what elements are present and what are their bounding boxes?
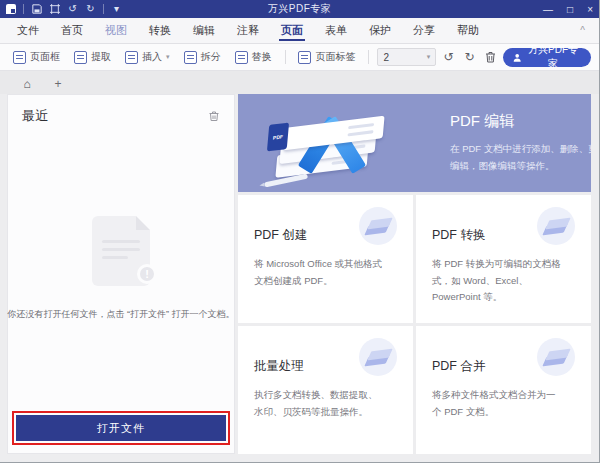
annotation-highlight: 打开文件	[12, 411, 230, 445]
divider	[23, 4, 24, 14]
titlebar: ↺ ↻ ▾ 万兴PDF专家 — □ ×	[0, 0, 599, 18]
app-window: ↺ ↻ ▾ 万兴PDF专家 — □ × 文件 首页 视图 转换 编辑 注释 页面…	[0, 0, 600, 463]
page-number-select[interactable]: 2 ▾	[377, 48, 436, 66]
menu-home[interactable]: 首页	[50, 18, 94, 43]
save-icon[interactable]	[31, 4, 42, 15]
replace-button[interactable]: 替换	[230, 48, 277, 66]
menu-edit[interactable]: 编辑	[182, 18, 226, 43]
merge-icon	[537, 338, 575, 376]
banner-title: PDF 编辑	[450, 112, 591, 131]
app-logo-icon	[6, 4, 16, 14]
replace-icon	[235, 51, 248, 64]
trash-icon	[208, 110, 220, 122]
page-labels-icon	[298, 51, 311, 64]
maximize-button[interactable]: □	[567, 4, 573, 15]
convert-icon	[537, 207, 575, 245]
collapse-ribbon-icon[interactable]: ^	[572, 25, 593, 36]
delete-page-button[interactable]	[482, 48, 499, 66]
recent-panel: 最近 ! 你还没有打开任何文件，点击 “打开文件” 打开一个文档。 打开文件	[7, 94, 235, 454]
menu-form[interactable]: 表单	[314, 18, 358, 43]
split-button[interactable]: 拆分	[179, 48, 226, 66]
menu-view[interactable]: 视图	[94, 18, 138, 43]
card-description: 将 PDF 转换为可编辑的文档格式，如 Word、Excel、PowerPoin…	[432, 256, 564, 306]
menu-protect[interactable]: 保护	[358, 18, 402, 43]
insert-button[interactable]: 插入 ▾	[120, 48, 175, 66]
snapshot-icon[interactable]	[49, 4, 60, 15]
tab-home[interactable]: ⌂	[8, 74, 46, 94]
batch-icon	[359, 338, 397, 376]
pdf-edit-banner[interactable]: PDF PDF 编辑 在 PDF 文档中进行添加、删除、剪切、复制、粘贴、文本编…	[238, 94, 591, 192]
menu-file[interactable]: 文件	[6, 18, 50, 43]
trash-icon	[485, 51, 496, 63]
pdf-stack-illustration: PDF	[238, 94, 438, 192]
menubar: 文件 首页 视图 转换 编辑 注释 页面 表单 保护 分享 帮助 ^	[0, 18, 599, 44]
user-icon	[513, 53, 521, 62]
chevron-down-icon: ▾	[166, 53, 170, 61]
clear-recent-button[interactable]	[208, 110, 220, 122]
empty-document-icon: !	[92, 216, 150, 286]
card-pdf-create[interactable]: PDF 创建 将 Microsoft Office 或其他格式文档创建成 PDF…	[238, 195, 413, 323]
chevron-down-icon: ▾	[427, 53, 431, 61]
menu-page[interactable]: 页面	[270, 18, 314, 43]
main-content: 最近 ! 你还没有打开任何文件，点击 “打开文件” 打开一个文档。 打开文件	[0, 94, 599, 462]
new-tab-button[interactable]: +	[48, 74, 68, 94]
rotate-left-button[interactable]: ↺	[440, 48, 457, 66]
minimize-button[interactable]: —	[543, 4, 553, 15]
create-icon	[359, 207, 397, 245]
extract-icon	[74, 51, 87, 64]
undo-icon[interactable]: ↺	[67, 4, 78, 15]
window-title: 万兴PDF专家	[226, 2, 373, 16]
page-boxes-button[interactable]: 页面框	[8, 48, 65, 66]
divider	[285, 50, 286, 64]
menu-comment[interactable]: 注释	[226, 18, 270, 43]
menu-convert[interactable]: 转换	[138, 18, 182, 43]
home-icon: ⌂	[23, 77, 30, 91]
open-file-button[interactable]: 打开文件	[16, 415, 226, 441]
recent-panel-title: 最近	[22, 107, 48, 125]
feature-cards: PDF 创建 将 Microsoft Office 或其他格式文档创建成 PDF…	[238, 195, 591, 454]
card-pdf-convert[interactable]: PDF 转换 将 PDF 转换为可编辑的文档格式，如 Word、Excel、Po…	[416, 195, 591, 323]
card-batch-process[interactable]: 批量处理 执行多文档转换、数据提取、水印、贝茨码等批量操作。	[238, 326, 413, 454]
card-pdf-merge[interactable]: PDF 合并 将多种文件格式文档合并为一个 PDF 文档。	[416, 326, 591, 454]
rotate-right-button[interactable]: ↻	[461, 48, 478, 66]
account-button[interactable]: 万兴PDF专家	[503, 48, 591, 67]
empty-state: ! 你还没有打开任何文件，点击 “打开文件” 打开一个文档。	[8, 131, 234, 405]
pdf-badge: PDF	[267, 123, 289, 152]
tab-strip: ⌂ +	[0, 71, 599, 94]
card-description: 将 Microsoft Office 或其他格式文档创建成 PDF。	[254, 256, 386, 289]
customize-toolbar-chevron-icon[interactable]: ▾	[111, 4, 122, 15]
page-boxes-icon	[13, 51, 26, 64]
empty-state-text: 你还没有打开任何文件，点击 “打开文件” 打开一个文档。	[8, 308, 235, 321]
menu-share[interactable]: 分享	[402, 18, 446, 43]
toolbar: 页面框 提取 插入 ▾ 拆分 替换 页面标签 2 ▾ ↺ ↻	[0, 44, 599, 71]
split-icon	[184, 51, 197, 64]
close-button[interactable]: ×	[587, 4, 593, 15]
feature-panel: PDF PDF 编辑 在 PDF 文档中进行添加、删除、剪切、复制、粘贴、文本编…	[238, 94, 591, 454]
extract-button[interactable]: 提取	[69, 48, 116, 66]
exclamation-badge-icon: !	[137, 264, 157, 284]
card-description: 将多种文件格式文档合并为一个 PDF 文档。	[432, 387, 564, 420]
redo-icon[interactable]: ↻	[85, 4, 96, 15]
divider	[368, 50, 369, 64]
menu-help[interactable]: 帮助	[446, 18, 490, 43]
card-description: 执行多文档转换、数据提取、水印、贝茨码等批量操作。	[254, 387, 386, 420]
divider	[103, 4, 104, 14]
insert-icon	[125, 51, 138, 64]
banner-description: 在 PDF 文档中进行添加、删除、剪切、复制、粘贴、文本编辑，图像编辑等操作。	[450, 141, 591, 173]
page-labels-button[interactable]: 页面标签	[293, 48, 360, 66]
